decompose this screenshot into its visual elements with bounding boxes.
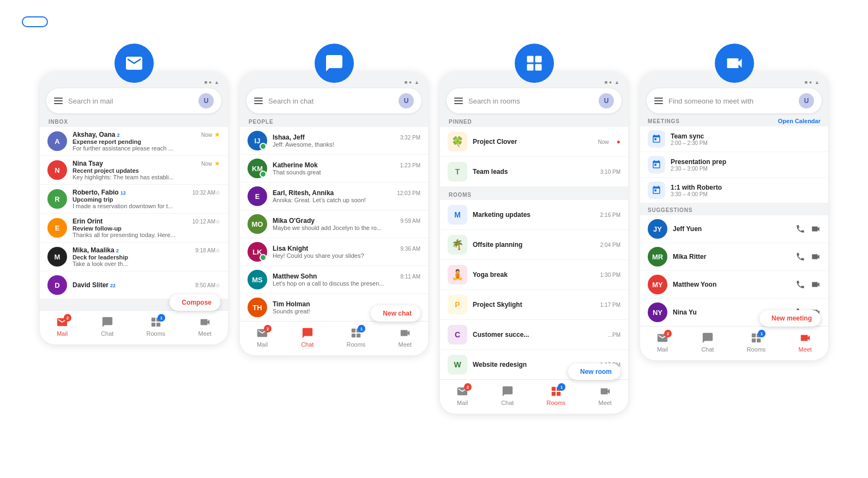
item-preview: Maybe we should add Jocelyn to the ro...: [273, 225, 420, 231]
room-list-item[interactable]: M Marketing updates 2:16 PM: [440, 200, 628, 229]
nav-item-mail[interactable]: 2Mail: [256, 327, 268, 348]
mail-list-item[interactable]: N Nina Tsay Now★ Recent project updates …: [40, 155, 228, 184]
nav-item-meet[interactable]: Meet: [798, 332, 811, 353]
phone-body-rooms: PINNED 🍀 Project Clover Now ● T Team lea…: [440, 113, 628, 379]
svg-rect-19: [757, 338, 761, 342]
mail-list-item[interactable]: E Erin Orint 10:12 AM☆ Review follow-up …: [40, 213, 228, 242]
nav-label: Chat: [101, 330, 113, 337]
nav-item-chat[interactable]: Chat: [701, 332, 714, 353]
room-list-item[interactable]: 🧘 Yoga break 1:30 PM: [440, 259, 628, 289]
nav-badge: 2: [264, 325, 272, 332]
suggestion-avatar: MR: [648, 247, 667, 267]
chat-list-item[interactable]: IJ Ishaa, Jeff 3:32 PM Jeff: Awesome, th…: [240, 127, 428, 154]
nav-icon-container-meet: [799, 332, 811, 345]
nav-icon-container-chat: [502, 385, 514, 398]
now-dot: ●: [617, 138, 620, 146]
nav-item-rooms[interactable]: 1Rooms: [547, 385, 566, 406]
item-preview: Annika: Great. Let's catch up soon!: [273, 197, 420, 203]
svg-rect-0: [152, 318, 155, 322]
nav-badge: 1: [158, 314, 165, 322]
fab-compose[interactable]: Compose: [170, 294, 220, 311]
avatar: N: [47, 160, 67, 180]
item-name: Mika O'Grady 9:59 AM: [273, 217, 420, 225]
meeting-event-item[interactable]: Presentation prep 2:30 – 3:00 PM: [640, 152, 828, 177]
svg-rect-7: [357, 334, 360, 337]
mail-list-item[interactable]: R Roberto, Fabio12 10:32 AM☆ Upcoming tr…: [40, 184, 228, 213]
meeting-event-item[interactable]: Team sync 2:00 – 2:30 PM: [640, 126, 828, 152]
chat-list-item[interactable]: LK Lisa Knight 9:36 AM Hey! Could you sh…: [240, 238, 428, 265]
search-bar-mail[interactable]: Search in mail U: [46, 88, 221, 113]
suggestion-actions: [795, 280, 821, 289]
nav-item-rooms[interactable]: 1Rooms: [347, 327, 366, 348]
room-list-item[interactable]: P Project Skylight 1:17 PM: [440, 289, 628, 319]
pinned-room-item[interactable]: 🍀 Project Clover Now ●: [440, 127, 628, 156]
svg-rect-3: [156, 323, 160, 326]
hamburger-menu[interactable]: [654, 98, 663, 104]
section-label-meetings: MEETINGSOpen Calendar: [640, 113, 828, 126]
suggestion-item[interactable]: MY Matthew Yoon: [640, 270, 828, 298]
item-content: David Sliter22 8:50 AM☆: [73, 281, 220, 289]
search-bar-rooms[interactable]: Search in rooms U: [447, 88, 622, 113]
nav-item-meet[interactable]: Meet: [598, 385, 611, 406]
item-subject: Review follow-up: [73, 225, 220, 232]
nav-label: Meet: [398, 341, 411, 348]
item-name: Lisa Knight 9:36 AM: [273, 245, 420, 252]
suggestion-item[interactable]: MR Mika Ritter: [640, 243, 828, 270]
room-time: 2:04 PM: [600, 242, 620, 248]
suggestion-item[interactable]: JY Jeff Yuen: [640, 215, 828, 243]
nav-icon-container-meet: [399, 327, 411, 340]
nav-item-chat[interactable]: Chat: [501, 385, 514, 406]
item-name: Matthew Sohn 8:11 AM: [273, 273, 420, 280]
room-time: 2:16 PM: [600, 212, 620, 218]
chat-list-item[interactable]: MS Matthew Sohn 8:11 AM Let's hop on a c…: [240, 265, 428, 293]
hamburger-menu[interactable]: [54, 98, 63, 104]
room-list-item[interactable]: C Customer succe... ...PM: [440, 319, 628, 349]
event-name: Team sync: [671, 132, 708, 140]
nav-icon-container-chat: [302, 327, 314, 340]
phone-nav-mail: 2MailChat1RoomsMeet: [40, 310, 228, 344]
hamburger-menu[interactable]: [454, 98, 463, 104]
nav-item-mail[interactable]: 2Mail: [456, 385, 468, 406]
fab-new-meeting[interactable]: New meeting: [760, 310, 821, 326]
fab-new-room[interactable]: New room: [568, 364, 620, 380]
phone-meet: ■ ● ▲ Find someone to meet with U MEETIN…: [640, 72, 828, 360]
search-bar-meet[interactable]: Find someone to meet with U: [647, 88, 822, 113]
new-badge: [22, 16, 48, 27]
room-icon: P: [448, 295, 467, 314]
nav-icon-container-meet: [199, 316, 211, 329]
search-placeholder: Find someone to meet with: [668, 97, 793, 105]
item-content: Erin Orint 10:12 AM☆ Review follow-up Th…: [73, 217, 220, 238]
nav-item-rooms[interactable]: 1Rooms: [147, 316, 166, 337]
room-list-item[interactable]: 🌴 Offsite planning 2:04 PM: [440, 229, 628, 259]
user-avatar: U: [399, 93, 414, 108]
mail-list-item[interactable]: A Akshay, Oana2 Now★ Expense report pend…: [40, 127, 228, 155]
meeting-event-item[interactable]: 1:1 with Roberto 3:30 – 4:00 PM: [640, 177, 828, 203]
suggestion-name: Matthew Yoon: [673, 281, 790, 288]
nav-item-chat[interactable]: Chat: [301, 327, 314, 348]
pinned-room-item[interactable]: T Team leads 3:10 PM: [440, 156, 628, 186]
fab-new-chat[interactable]: New chat: [371, 305, 420, 322]
room-icon: T: [448, 162, 467, 181]
nav-item-meet[interactable]: Meet: [398, 327, 411, 348]
item-name: Earl, Ritesh, Annika 12:03 PM: [273, 189, 420, 197]
nav-item-mail[interactable]: 2Mail: [56, 316, 68, 337]
search-bar-chat[interactable]: Search in chat U: [246, 88, 421, 113]
mail-list-item[interactable]: M Mika, Maalika2 9:18 AM☆ Deck for leade…: [40, 242, 228, 271]
nav-item-rooms[interactable]: 1Rooms: [747, 332, 766, 353]
svg-rect-11: [535, 64, 541, 71]
room-name: Yoga break: [473, 271, 595, 279]
chat-list-item[interactable]: KM Katherine Mok 1:23 PM That sounds gre…: [240, 154, 428, 182]
nav-item-chat[interactable]: Chat: [101, 316, 113, 337]
chat-list-item[interactable]: E Earl, Ritesh, Annika 12:03 PM Annika: …: [240, 182, 428, 210]
phones-row: ■ ● ▲ Search in mail U INBOX A Akshay, O…: [22, 44, 846, 414]
open-calendar-link[interactable]: Open Calendar: [778, 118, 821, 124]
item-name: Ishaa, Jeff 3:32 PM: [273, 134, 420, 141]
nav-item-meet[interactable]: Meet: [198, 316, 211, 337]
nav-item-mail[interactable]: 2Mail: [656, 332, 668, 353]
user-avatar: U: [799, 93, 814, 108]
hamburger-menu[interactable]: [254, 98, 263, 104]
item-name: Nina Tsay Now★: [73, 160, 220, 167]
svg-rect-6: [352, 334, 355, 337]
chat-list-item[interactable]: MO Mika O'Grady 9:59 AM Maybe we should …: [240, 210, 428, 238]
avatar: E: [47, 218, 67, 238]
